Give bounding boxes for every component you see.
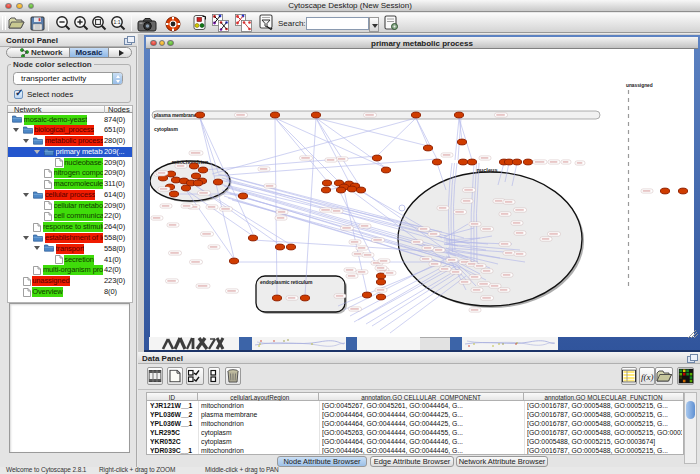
svg-text:nucleus: nucleus xyxy=(476,167,497,173)
svg-text:plasma membrane: plasma membrane xyxy=(154,112,197,118)
svg-text:1:1: 1:1 xyxy=(114,19,121,25)
svg-text:unassigned: unassigned xyxy=(626,83,653,88)
svg-text:f(x): f(x) xyxy=(641,372,654,382)
svg-text:cytoplasm: cytoplasm xyxy=(154,126,178,132)
svg-text:endoplasmic reticulum: endoplasmic reticulum xyxy=(260,279,313,285)
